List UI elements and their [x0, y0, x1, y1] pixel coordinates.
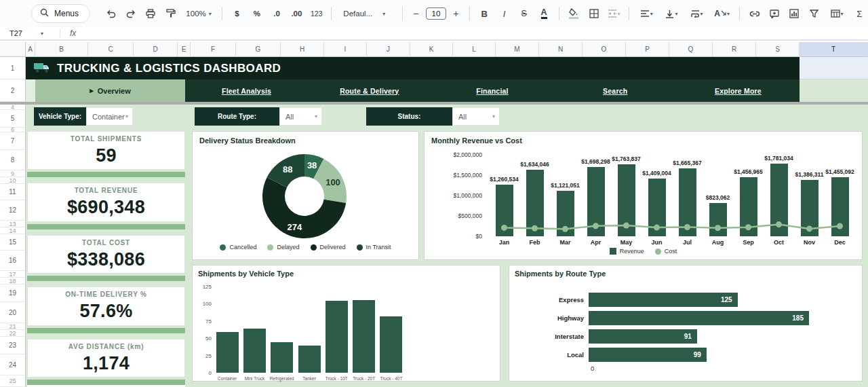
row-header-4[interactable]: 4 — [0, 105, 26, 110]
formula-input[interactable] — [76, 27, 868, 39]
name-box[interactable]: T27 ▾ — [0, 29, 60, 37]
column-header-P[interactable]: P — [626, 42, 669, 57]
column-header-I[interactable]: I — [324, 42, 367, 57]
increase-font-size-button[interactable]: + — [449, 8, 462, 19]
currency-format-button[interactable]: $ — [229, 5, 245, 22]
x-axis-label: Jan — [499, 239, 510, 246]
functions-button[interactable]: Σ — [851, 5, 868, 22]
column-header-H[interactable]: H — [281, 42, 324, 57]
font-select[interactable]: Defaul...▾ — [338, 10, 396, 18]
tab-search[interactable]: Search — [554, 79, 677, 102]
insert-comment-button[interactable] — [766, 5, 783, 22]
merge-cells-button[interactable]: ▾ — [605, 5, 622, 22]
column-header-S[interactable]: S — [756, 42, 800, 57]
row-header-10[interactable]: 10 — [0, 177, 26, 184]
chart-route-type-card[interactable]: Shipments by Route Type Express125Highwa… — [509, 265, 863, 382]
decrease-font-size-button[interactable]: − — [409, 8, 422, 19]
insert-chart-button[interactable] — [786, 5, 803, 22]
italic-button[interactable]: I — [496, 5, 513, 22]
insert-link-button[interactable] — [746, 5, 763, 22]
column-header-G[interactable]: G — [236, 42, 281, 57]
row-header-16[interactable]: 16 — [0, 251, 26, 271]
column-header-D[interactable]: D — [134, 42, 178, 57]
fill-color-button[interactable] — [566, 5, 583, 22]
column-header-R[interactable]: R — [713, 42, 756, 57]
cell-region-right-of-header[interactable] — [800, 57, 868, 79]
column-header-Q[interactable]: Q — [669, 42, 713, 57]
column-header-N[interactable]: N — [539, 42, 583, 57]
row-header-13[interactable]: 13 — [0, 221, 26, 227]
frozen-rows-divider[interactable] — [0, 102, 868, 105]
paint-format-icon[interactable] — [162, 5, 179, 22]
row-header-24[interactable]: 24 — [0, 354, 26, 375]
row-header-5[interactable]: 5 — [0, 110, 26, 128]
redo-button[interactable] — [122, 5, 139, 22]
row-header-12[interactable]: 12 — [0, 200, 26, 221]
select-all-corner[interactable] — [0, 42, 26, 57]
strikethrough-button[interactable]: S — [515, 5, 532, 22]
column-header-A[interactable]: A — [26, 42, 35, 57]
tab-financial[interactable]: Financial — [431, 79, 553, 102]
text-rotation-button[interactable]: A▾ — [711, 5, 733, 22]
kpi-card-2: TOTAL REVENUE$690,348 — [27, 183, 185, 222]
row-header-22[interactable]: 22 — [0, 330, 26, 337]
row-header-2[interactable]: 2 — [0, 79, 26, 102]
column-header-J[interactable]: J — [367, 42, 410, 57]
column-header-L[interactable]: L — [453, 42, 496, 57]
column-header-O[interactable]: O — [583, 42, 626, 57]
more-formats-button[interactable]: 123 — [308, 5, 325, 22]
row-header-18[interactable]: 18 — [0, 278, 26, 284]
x-axis-label: Oct — [774, 239, 784, 246]
increase-decimal-button[interactable]: .00 — [288, 5, 305, 22]
print-icon[interactable] — [142, 5, 159, 22]
row-header-15[interactable]: 15 — [0, 234, 26, 251]
percent-format-button[interactable]: % — [248, 5, 265, 22]
legend-item-cancelled: Cancelled — [220, 244, 256, 251]
text-wrap-button[interactable]: ▾ — [686, 5, 708, 22]
column-header-E[interactable]: E — [178, 42, 191, 57]
column-header-C[interactable]: C — [88, 42, 134, 57]
menus-search-button[interactable]: Menus — [31, 4, 90, 23]
x-axis-label: Dec — [834, 239, 846, 246]
bold-button[interactable]: B — [475, 5, 492, 22]
column-header-F[interactable]: F — [191, 42, 236, 57]
column-header-M[interactable]: M — [496, 42, 539, 57]
decrease-decimal-button[interactable]: .0 — [268, 5, 285, 22]
row-header-17[interactable]: 17 — [0, 271, 26, 278]
row-header-9[interactable]: 9 — [0, 170, 26, 177]
vertical-align-button[interactable]: ▾ — [660, 5, 683, 22]
filter-route-type-dropdown[interactable]: All▾ — [279, 107, 322, 126]
column-header-B[interactable]: B — [35, 42, 88, 57]
tab-route-delivery[interactable]: Route & Delivery — [308, 79, 431, 102]
tab-fleet-analysis[interactable]: Fleet Analysis — [185, 79, 308, 102]
row-header-20[interactable]: 20 — [0, 302, 26, 323]
column-header-T[interactable]: T — [800, 42, 868, 57]
tab-overview-active[interactable]: ▸ Overview — [35, 79, 185, 102]
row-header-1[interactable]: 1 — [0, 57, 26, 79]
filter-views-button[interactable]: ▾ — [825, 5, 848, 22]
row-header-21[interactable]: 21 — [0, 323, 26, 330]
row-header-7[interactable]: 7 — [0, 132, 26, 150]
borders-button[interactable] — [585, 5, 602, 22]
row-header-8[interactable]: 8 — [0, 150, 26, 170]
font-size-input[interactable]: 10 — [426, 7, 447, 20]
column-header-K[interactable]: K — [410, 42, 453, 57]
undo-button[interactable] — [102, 5, 119, 22]
row-header-14[interactable]: 14 — [0, 227, 26, 234]
text-color-button[interactable]: A — [535, 5, 552, 22]
cell-region-right-of-tabbar[interactable] — [800, 79, 868, 102]
row-header-6[interactable]: 6 — [0, 128, 26, 132]
filter-status-dropdown[interactable]: All▾ — [452, 107, 500, 126]
row-header-23[interactable]: 23 — [0, 337, 26, 354]
horizontal-align-button[interactable]: ▾ — [635, 5, 658, 22]
row-header-19[interactable]: 19 — [0, 284, 26, 302]
chart-delivery-status-card[interactable]: Delivery Status Breakdown 3810027488Canc… — [192, 131, 419, 260]
chart-monthly-revenue-card[interactable]: Monthly Revenue vs Cost $2,000,000$1,500… — [424, 131, 863, 260]
row-header-25[interactable]: 25 — [0, 375, 26, 387]
filter-vehicle-type-dropdown[interactable]: Container▾ — [86, 107, 133, 126]
row-header-11[interactable]: 11 — [0, 184, 26, 200]
chart-vehicle-type-card[interactable]: Shipments by Vehicle Type 1251007550250C… — [192, 265, 500, 382]
create-filter-button[interactable] — [806, 5, 823, 22]
zoom-select[interactable]: 100%▾ — [182, 10, 215, 18]
tab-explore-more[interactable]: Explore More — [677, 79, 800, 102]
